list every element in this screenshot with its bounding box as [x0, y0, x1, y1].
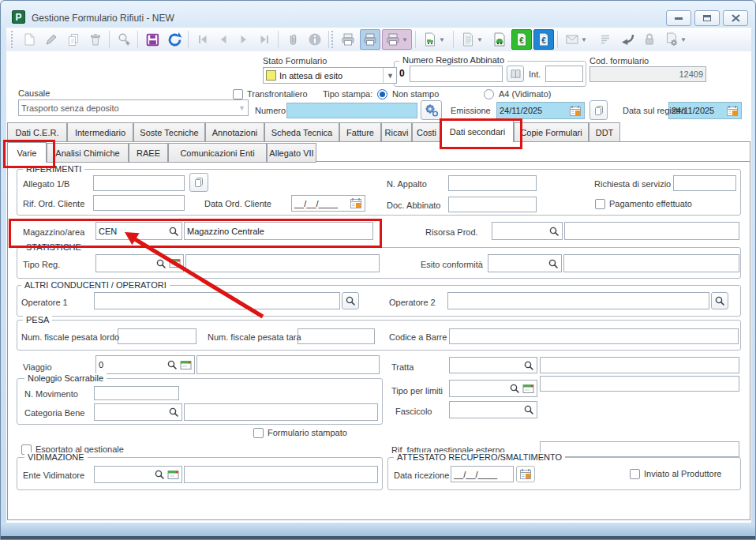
edit-button[interactable]: [41, 29, 62, 50]
tab-allegato-vii[interactable]: Allegato VII: [267, 143, 316, 163]
n-movimento-field[interactable]: [94, 386, 179, 400]
close-button[interactable]: [723, 10, 748, 26]
non-stampo-radio[interactable]: [377, 89, 387, 99]
info-button[interactable]: [305, 29, 325, 50]
tab-varie[interactable]: Varie: [7, 142, 47, 163]
operatore-2-field[interactable]: [447, 292, 709, 309]
tab-ddt[interactable]: DDT: [589, 122, 620, 142]
tab-fatture[interactable]: Fatture: [339, 122, 381, 142]
vehicle-doc-button[interactable]: [489, 29, 510, 50]
window-icon[interactable]: [180, 360, 192, 370]
search-icon[interactable]: [168, 226, 179, 237]
viaggio-field[interactable]: 0: [95, 355, 195, 374]
allegato-copy-button[interactable]: [189, 173, 208, 192]
tipo-reg-field[interactable]: [95, 254, 184, 272]
tab-scheda-tecnica[interactable]: Scheda Tecnica: [264, 122, 339, 142]
toolbar-grip[interactable]: [331, 31, 335, 48]
causale-combo[interactable]: Trasporto senza deposito ▼: [18, 99, 249, 116]
delete-button[interactable]: [85, 29, 106, 50]
operatore-1-search-button[interactable]: [342, 292, 359, 309]
undo-button[interactable]: [164, 29, 185, 50]
return-button[interactable]: [617, 29, 638, 50]
a4-vidimato-radio[interactable]: [484, 89, 494, 99]
rif-ord-cliente-field[interactable]: [93, 195, 185, 211]
search-button[interactable]: [114, 29, 134, 50]
magazzino-field[interactable]: CEN: [95, 222, 182, 240]
risorsa-prod-field[interactable]: [492, 222, 563, 240]
search-icon[interactable]: [548, 226, 560, 237]
invoice-green-button[interactable]: €: [511, 29, 532, 50]
pagamento-effettuato-checkbox[interactable]: [595, 199, 605, 209]
richiesta-servizio-field[interactable]: [673, 175, 736, 191]
tab-soste-tecniche[interactable]: Soste Tecniche: [133, 122, 205, 142]
rif-fattura-field[interactable]: [540, 441, 739, 457]
window-icon[interactable]: [522, 384, 534, 394]
search-icon[interactable]: [509, 383, 520, 394]
minimize-button[interactable]: [666, 10, 691, 26]
tab-intermediario[interactable]: Intermediario: [67, 122, 133, 142]
emissione-copy-button[interactable]: [589, 100, 608, 120]
data-ord-cliente-field[interactable]: __/__/____: [291, 195, 365, 212]
tab-dati-cer[interactable]: Dati C.E.R.: [7, 122, 67, 142]
window-icon[interactable]: [167, 470, 179, 480]
nav-last-button[interactable]: [254, 29, 275, 50]
email-button[interactable]: ▼: [562, 29, 592, 50]
new-button[interactable]: [19, 29, 39, 50]
nav-next-button[interactable]: [234, 29, 254, 50]
toolbar-grip[interactable]: [11, 31, 15, 48]
allegato-1b-field[interactable]: [93, 175, 185, 191]
pesata-tara-field[interactable]: [298, 328, 375, 344]
numero-settings-button[interactable]: [421, 100, 442, 120]
numero-field[interactable]: [286, 103, 417, 118]
operatore-2-search-button[interactable]: [711, 292, 728, 309]
nav-prev-button[interactable]: [213, 29, 234, 50]
ente-vidimatore-field[interactable]: [94, 466, 182, 483]
print-button[interactable]: [338, 29, 358, 50]
stato-formulario-combo[interactable]: In attesa di esito ▼: [263, 67, 397, 84]
int-field[interactable]: [545, 66, 583, 82]
formulario-stampato-checkbox[interactable]: [253, 428, 264, 438]
search-icon[interactable]: [168, 407, 179, 418]
calendar-icon[interactable]: [726, 105, 739, 117]
transport-doc-button[interactable]: ▼: [420, 29, 450, 50]
categoria-bene-field[interactable]: [94, 403, 182, 421]
tab-costi[interactable]: Costi: [412, 122, 441, 142]
notes-button[interactable]: [595, 29, 616, 50]
esito-conformita-field[interactable]: [488, 254, 562, 272]
attachment-button[interactable]: [283, 29, 303, 50]
search-icon[interactable]: [154, 469, 165, 480]
calendar-icon[interactable]: [569, 105, 582, 117]
search-icon[interactable]: [523, 404, 534, 415]
pesata-lordo-field[interactable]: [118, 328, 196, 344]
n-appalto-field[interactable]: [448, 175, 537, 191]
report-doc-button[interactable]: ▼: [458, 29, 488, 50]
registro-book-button[interactable]: [507, 66, 524, 82]
tab-raee[interactable]: RAEE: [129, 143, 168, 163]
lock-button[interactable]: [639, 29, 660, 50]
save-button[interactable]: [142, 29, 163, 50]
fascicolo-field[interactable]: [449, 401, 537, 418]
maximize-button[interactable]: [694, 10, 720, 26]
search-icon[interactable]: [548, 258, 559, 269]
tab-comunicazioni-enti[interactable]: Comunicazioni Enti: [168, 143, 267, 163]
doc-abbinato-field[interactable]: [448, 197, 537, 212]
data-ricezione-calendar-button[interactable]: [516, 466, 535, 482]
search-icon[interactable]: [155, 258, 167, 269]
tab-ricavi[interactable]: Ricavi: [381, 122, 412, 142]
tab-dati-secondari[interactable]: Dati secondari: [441, 120, 514, 142]
tab-copie-formulari[interactable]: Copie Formulari: [514, 122, 589, 142]
tab-annotazioni[interactable]: Annotazioni: [205, 122, 264, 142]
search-icon[interactable]: [523, 360, 534, 371]
data-ricezione-field[interactable]: __/__/____: [451, 466, 514, 482]
settings-button[interactable]: ▼: [661, 29, 691, 50]
codice-barre-field[interactable]: [449, 328, 739, 344]
window-icon[interactable]: [169, 258, 181, 268]
operatore-1-field[interactable]: [94, 292, 340, 309]
inviato-produttore-checkbox[interactable]: [630, 469, 640, 479]
nav-first-button[interactable]: [193, 29, 213, 50]
tipo-per-limiti-field[interactable]: [449, 380, 537, 397]
tratta-field[interactable]: [449, 357, 537, 373]
search-icon[interactable]: [167, 359, 178, 370]
print-options-button[interactable]: ▼: [382, 29, 412, 50]
transfrontaliero-checkbox[interactable]: [233, 89, 243, 99]
